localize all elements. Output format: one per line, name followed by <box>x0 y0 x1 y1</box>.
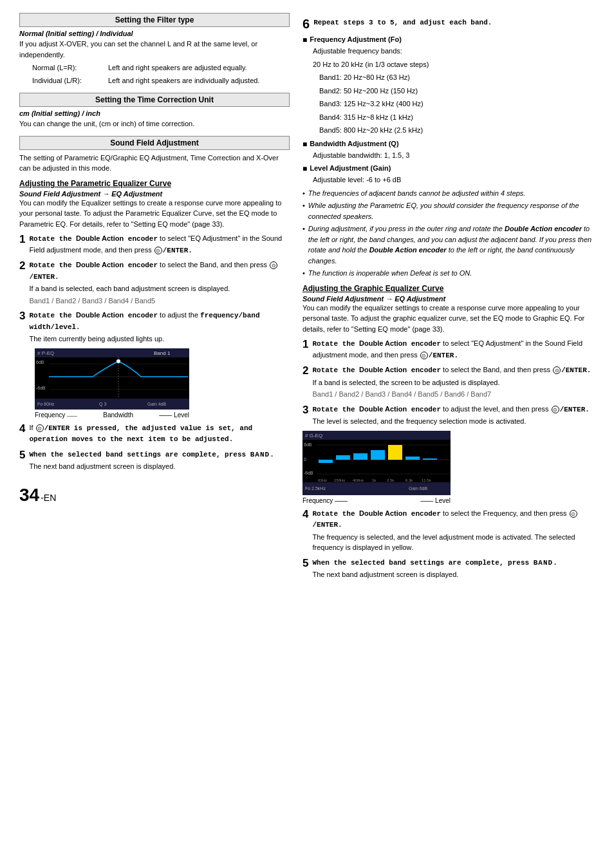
freq-adj-heading: Frequency Adjustment (Fo) <box>310 35 402 43</box>
svg-point-10 <box>116 359 120 363</box>
filter-label-2: Individual (L/R): <box>32 75 103 87</box>
peq-step-4: 4 If ⊙/ENTER is pressed, the adjusted va… <box>19 422 290 445</box>
svg-rect-28 <box>371 450 385 460</box>
filter-row-2: Individual (L/R): Left and right speaker… <box>32 75 290 87</box>
peq-step-3-sub: The item currently being adjusted lights… <box>29 334 290 344</box>
geq-step-2-sub: If a band is selected, the screen to be … <box>312 377 595 388</box>
svg-text:Band 1: Band 1 <box>154 350 171 356</box>
page-number: 34-EN <box>19 485 290 505</box>
parametric-eq-subheading: Sound Field Adjustment → EQ Adjustment <box>19 190 290 198</box>
peq-diagram-container: # P-EQ Band 1 6dB -6dB Fo 80Hz Q 3 <box>35 348 290 419</box>
enter-icon-g2: ⊙ <box>553 366 561 374</box>
svg-text:6dB: 6dB <box>304 442 312 447</box>
filter-row-1: Normal (L=R): Left and right speakers ar… <box>32 62 290 74</box>
enter-icon-g4: ⊙ <box>570 510 577 518</box>
bullet-1: The frequencies of adjacent bands cannot… <box>302 188 595 199</box>
peq-step-3: 3 Rotate the Double Action encoder to ad… <box>19 310 290 344</box>
bw-adj-label: Adjustable bandwidth: 1, 1.5, 3 <box>313 150 595 161</box>
time-body: You can change the unit, (cm or inch) of… <box>19 118 290 129</box>
svg-text:# G-EQ: # G-EQ <box>305 433 322 439</box>
svg-text:11.5k: 11.5k <box>422 478 432 482</box>
filter-type-heading: Setting the Filter type <box>19 13 290 27</box>
geq-step-4-sub: The frequency is selected, and the level… <box>312 532 595 553</box>
enter-icon-2: ⊙ <box>270 261 277 269</box>
svg-rect-25 <box>319 460 333 463</box>
svg-rect-29 <box>388 445 402 460</box>
sound-field-heading: Sound Field Adjustment <box>19 136 290 150</box>
freq-adj-content: Adjustable frequency bands: 20 Hz to 20 … <box>313 46 595 136</box>
svg-text:0: 0 <box>304 457 306 462</box>
parametric-eq-heading: Adjusting the Parametric Equalizer Curve <box>19 179 290 188</box>
svg-text:400Hz: 400Hz <box>353 478 364 482</box>
filter-value-2: Left and right speakers are individually… <box>108 75 259 87</box>
graphic-eq-heading: Adjusting the Graphic Equalizer Curve <box>302 284 595 293</box>
level-adj-heading-row: ■ Level Adjustment (Gain) <box>302 164 595 173</box>
svg-rect-26 <box>336 455 350 460</box>
svg-rect-16 <box>302 431 451 440</box>
bw-adj-content: Adjustable bandwidth: 1, 1.5, 3 <box>313 150 595 161</box>
peq-caption-bw: Bandwidth <box>103 411 133 419</box>
geq-step-2: 2 Rotate the Double Action encoder to se… <box>302 364 595 400</box>
filter-value-1: Left and right speakers are adjusted equ… <box>108 62 247 74</box>
peq-step-5: 5 When the selected band settings are co… <box>19 449 290 472</box>
geq-caption-freq: Frequency —— <box>302 497 348 504</box>
svg-text:150Hz: 150Hz <box>334 478 345 482</box>
freq-adj-label: Adjustable frequency bands: <box>313 46 595 57</box>
level-adj-heading: Level Adjustment (Gain) <box>310 164 391 172</box>
svg-rect-30 <box>405 457 420 460</box>
svg-text:-6dB: -6dB <box>304 471 313 475</box>
svg-rect-27 <box>353 453 367 460</box>
peq-caption-level: —— Level <box>159 411 189 419</box>
geq-captions: Frequency —— —— Level <box>302 497 451 504</box>
svg-rect-31 <box>423 458 437 460</box>
level-adj-content: Adjustable level: -6 to +6 dB <box>313 175 595 185</box>
time-correction-heading: Setting the Time Correction Unit <box>19 93 290 107</box>
geq-step-4: 4 Rotate the Double Action encoder to se… <box>302 508 595 553</box>
peq-step-2-sub: If a band is selected, each band adjustm… <box>29 283 290 294</box>
filter-subheading: Normal (Initial setting) / Individual <box>19 30 290 37</box>
geq-step-2-bands: Band1 / Band2 / Band3 / Band4 / Band5 / … <box>312 389 595 400</box>
geq-diagram: # G-EQ 6dB 0 -6dB <box>302 431 451 495</box>
level-adj-label: Adjustable level: -6 to +6 dB <box>313 175 595 185</box>
graphic-eq-intro: You can modify the equalizer settings to… <box>302 303 595 335</box>
bullet-4: The function is inoperable when Defeat i… <box>302 268 595 279</box>
enter-icon-g1: ⊙ <box>420 352 428 359</box>
svg-text:# P-EQ: # P-EQ <box>37 350 54 356</box>
svg-text:6.3k: 6.3k <box>405 478 413 482</box>
svg-text:Gain 4dB: Gain 4dB <box>147 402 167 406</box>
geq-step-3-sub: The level is selected, and the frequency… <box>312 416 595 427</box>
svg-text:1k: 1k <box>372 478 377 482</box>
time-subheading: cm (Initial setting) / inch <box>19 109 290 117</box>
peq-captions: Frequency —— Bandwidth —— Level <box>35 411 189 419</box>
peq-caption-freq: Frequency —— <box>35 411 77 419</box>
enter-icon-1: ⊙ <box>154 247 162 254</box>
peq-step-2: 2 Rotate the Double Action encoder to se… <box>19 259 290 306</box>
filter-label-1: Normal (L=R): <box>32 62 103 74</box>
freq-adj-range: 20 Hz to 20 kHz (in 1/3 octave steps) <box>313 59 595 70</box>
svg-text:Gain 6dB: Gain 6dB <box>409 486 428 491</box>
bw-adj-heading: Bandwidth Adjustment (Q) <box>310 140 398 147</box>
peq-step-2-bands: Band1 / Band2 / Band3 / Band4 / Band5 <box>29 296 290 307</box>
step-6: 6 Repeat steps 3 to 5, and adjust each b… <box>302 17 595 32</box>
geq-caption-level: —— Level <box>420 497 451 504</box>
enter-icon-4: ⊙ <box>36 424 44 432</box>
bullet-3: During adjustment, if you press in the o… <box>302 223 595 266</box>
svg-text:Fo 2.5kHz: Fo 2.5kHz <box>305 486 326 491</box>
geq-step-5: 5 When the selected band settings are co… <box>302 557 595 580</box>
geq-step-3: 3 Rotate the Double Action encoder to ad… <box>302 404 595 427</box>
right-bullets: The frequencies of adjacent bands cannot… <box>302 188 595 279</box>
svg-text:Q 3: Q 3 <box>99 402 106 407</box>
geq-step-1: 1 Rotate the Double Action encoder to se… <box>302 338 595 361</box>
svg-text:Fo 80Hz: Fo 80Hz <box>37 402 55 406</box>
peq-diagram: # P-EQ Band 1 6dB -6dB Fo 80Hz Q 3 <box>35 348 189 410</box>
bullet-2: While adjusting the Parametric EQ, you s… <box>302 200 595 222</box>
svg-text:6dB: 6dB <box>36 360 44 364</box>
sound-field-body: The setting of Parametric EQ/Graphic EQ … <box>19 153 290 174</box>
peq-step-1: 1 Rotate the Double Action encoder to se… <box>19 233 290 256</box>
bw-adj-heading-row: ■ Bandwidth Adjustment (Q) <box>302 140 595 149</box>
filter-body: If you adjust X-OVER, you can set the ch… <box>19 39 290 60</box>
peq-step-5-sub: The next band adjustment screen is displ… <box>29 461 290 472</box>
freq-adj-bands: Band1: 20 Hz~80 Hz (63 Hz) Band2: 50 Hz~… <box>319 72 595 136</box>
parametric-eq-intro: You can modify the Equalizer settings to… <box>19 198 290 230</box>
graphic-eq-subheading: Sound Field Adjustment → EQ Adjustment <box>302 295 595 303</box>
